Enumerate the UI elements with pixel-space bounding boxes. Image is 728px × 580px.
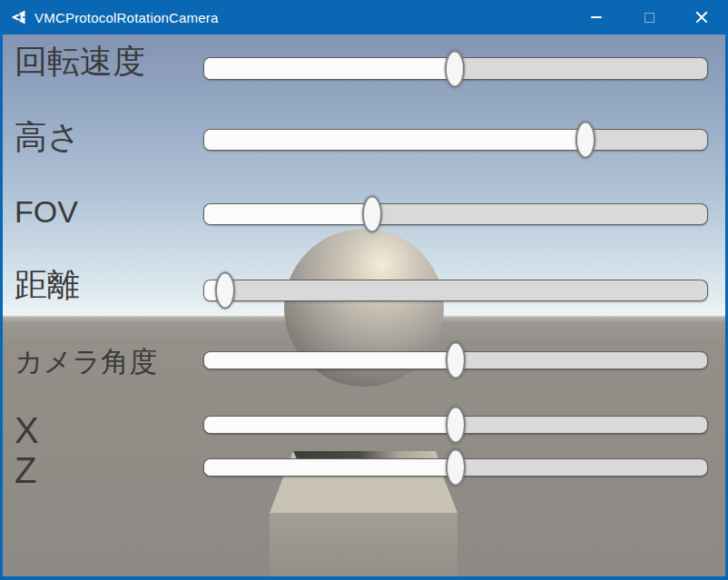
minimize-button[interactable] xyxy=(570,0,623,34)
slider-handle[interactable] xyxy=(446,407,466,444)
slider-handle[interactable] xyxy=(446,449,466,487)
unity-logo-icon xyxy=(9,8,27,26)
slider-fill xyxy=(204,417,456,433)
label-distance: 距離 xyxy=(15,269,80,301)
slider-track[interactable] xyxy=(203,280,708,301)
slider-fill xyxy=(204,459,456,476)
slider-fill xyxy=(204,204,373,224)
app-window: VMCProtocolRotationCamera xyxy=(0,0,728,580)
label-rotation-speed: 回転速度 xyxy=(15,45,145,78)
slider-handle[interactable] xyxy=(215,272,235,310)
label-camera-angle: カメラ角度 xyxy=(15,348,157,376)
maximize-icon xyxy=(644,13,654,23)
slider-z[interactable] xyxy=(203,458,708,477)
slider-track[interactable] xyxy=(203,129,708,151)
close-icon xyxy=(694,10,709,25)
window-title: VMCProtocolRotationCamera xyxy=(34,10,219,25)
slider-rotation-speed[interactable] xyxy=(203,57,708,80)
slider-camera-angle[interactable] xyxy=(203,351,708,369)
cube-front-face xyxy=(270,513,457,576)
slider-handle[interactable] xyxy=(576,122,595,159)
viewport-3d: 回転速度 高さ FOV 距離 カメラ角度 X Z xyxy=(3,34,725,576)
slider-fill xyxy=(204,58,455,79)
slider-handle[interactable] xyxy=(445,50,465,87)
label-z: Z xyxy=(15,452,36,488)
slider-fill xyxy=(204,130,585,150)
slider-x[interactable] xyxy=(203,416,708,434)
close-button[interactable] xyxy=(675,0,728,34)
label-x: X xyxy=(15,412,39,448)
slider-height[interactable] xyxy=(203,129,708,151)
label-height: 高さ xyxy=(15,121,81,153)
slider-handle[interactable] xyxy=(446,342,466,379)
slider-track[interactable] xyxy=(203,203,708,225)
slider-fill xyxy=(204,352,456,369)
title-bar[interactable]: VMCProtocolRotationCamera xyxy=(0,0,728,34)
slider-distance[interactable] xyxy=(203,280,708,301)
minimize-icon xyxy=(591,16,602,18)
maximize-button[interactable] xyxy=(623,0,675,34)
slider-fov[interactable] xyxy=(203,203,708,225)
label-fov: FOV xyxy=(15,196,78,227)
slider-handle[interactable] xyxy=(362,196,382,233)
